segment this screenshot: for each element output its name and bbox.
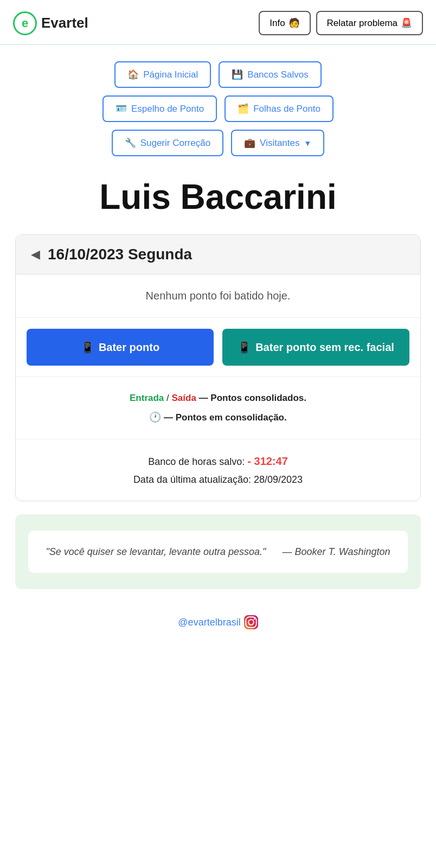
nav-row-2: 🪪 Espelho de Ponto 🗂️ Folhas de Ponto [102, 95, 334, 122]
nav-section: 🏠 Página Inicial 💾 Bancos Salvos 🪪 Espel… [0, 45, 436, 162]
bancos-salvos-label: Bancos Salvos [247, 69, 308, 80]
user-name-section: Luis Baccarini [0, 162, 436, 221]
report-label: Relatar problema [327, 18, 397, 29]
no-point-message: Nenhum ponto foi batido hoje. [16, 275, 420, 318]
banco-horas-section: Banco de horas salvo: - 312:47 Data da ú… [16, 439, 420, 500]
info-button[interactable]: Info 🧑 [259, 11, 310, 35]
evartel-logo-icon: e [13, 11, 37, 35]
nav-row-3: 🔧 Sugerir Correção 💼 Visitantes ▼ [112, 130, 325, 156]
sugerir-correcao-button[interactable]: 🔧 Sugerir Correção [112, 130, 223, 156]
pagina-inicial-emoji: 🏠 [127, 69, 139, 80]
quote-author: — Booker T. Washington [282, 546, 390, 557]
user-name: Luis Baccarini [11, 178, 425, 216]
svg-point-2 [253, 618, 255, 620]
visitantes-label: Visitantes [260, 138, 299, 149]
quote-section: "Se você quiser se levantar, levante out… [15, 514, 421, 590]
header-buttons: Info 🧑 Relatar problema 🚨 [259, 11, 423, 35]
instagram-handle: @evartelbrasil [178, 617, 240, 628]
banco-horas-value: - 312:47 [247, 455, 288, 467]
current-date: 16/10/2023 Segunda [48, 246, 192, 263]
report-emoji: 🚨 [401, 17, 412, 29]
ultima-atualizacao-date: 28/09/2023 [254, 474, 303, 485]
visitantes-emoji: 💼 [244, 137, 255, 149]
instagram-icon [244, 615, 258, 629]
logo-area: e Evartel [13, 11, 88, 35]
bater-ponto-emoji: 📱 [81, 341, 94, 354]
action-buttons: 📱 Bater ponto 📱 Bater ponto sem rec. fac… [16, 318, 420, 377]
bancos-salvos-button[interactable]: 💾 Bancos Salvos [219, 61, 321, 88]
banco-horas-line: Banco de horas salvo: - 312:47 [31, 451, 405, 471]
clock-icon: 🕐 [149, 412, 161, 423]
pagina-inicial-button[interactable]: 🏠 Página Inicial [114, 61, 211, 88]
info-emoji: 🧑 [288, 17, 300, 29]
date-header: ◀ 16/10/2023 Segunda [16, 235, 420, 275]
header: e Evartel Info 🧑 Relatar problema 🚨 [0, 0, 436, 45]
visitantes-dropdown-icon: ▼ [304, 139, 312, 148]
nav-row-1: 🏠 Página Inicial 💾 Bancos Salvos [114, 61, 322, 88]
ultima-atualizacao-label: Data da última atualização: [133, 474, 251, 485]
bater-ponto-sem-facial-button[interactable]: 📱 Bater ponto sem rec. facial [222, 329, 409, 366]
bater-ponto-label: Bater ponto [99, 341, 159, 354]
entrada-label: Entrada [130, 393, 164, 403]
espelho-ponto-button[interactable]: 🪪 Espelho de Ponto [102, 95, 217, 122]
sugerir-correcao-emoji: 🔧 [125, 137, 136, 149]
bancos-salvos-emoji: 💾 [232, 69, 243, 80]
bater-sem-label: Bater ponto sem rec. facial [255, 341, 394, 354]
banco-horas-label: Banco de horas salvo: [148, 456, 245, 467]
prev-date-arrow[interactable]: ◀ [31, 247, 40, 261]
ultima-atualizacao-line: Data da última atualização: 28/09/2023 [31, 471, 405, 488]
folhas-ponto-label: Folhas de Ponto [253, 104, 320, 114]
folhas-ponto-button[interactable]: 🗂️ Folhas de Ponto [225, 95, 334, 122]
report-problem-button[interactable]: Relatar problema 🚨 [316, 11, 423, 35]
pontos-consolidacao-label: — Pontos em consolidação. [164, 412, 287, 423]
legend-consolidating: 🕐 — Pontos em consolidação. [31, 407, 405, 427]
quote-inner: "Se você quiser se levantar, levante out… [28, 531, 408, 573]
pontos-consolidados-label: — Pontos consolidados. [199, 393, 306, 403]
espelho-ponto-emoji: 🪪 [116, 103, 127, 114]
instagram-link[interactable]: @evartelbrasil [11, 615, 425, 629]
bater-sem-emoji: 📱 [238, 341, 251, 354]
saida-label: Saída [172, 393, 196, 403]
espelho-ponto-label: Espelho de Ponto [131, 104, 204, 114]
bater-ponto-button[interactable]: 📱 Bater ponto [27, 329, 214, 366]
main-card: ◀ 16/10/2023 Segunda Nenhum ponto foi ba… [15, 234, 421, 501]
legend-consolidated: Entrada / Saída — Pontos consolidados. [31, 389, 405, 407]
app-name: Evartel [41, 15, 88, 31]
folhas-ponto-emoji: 🗂️ [238, 103, 249, 114]
visitantes-button[interactable]: 💼 Visitantes ▼ [231, 130, 324, 156]
sugerir-correcao-label: Sugerir Correção [140, 138, 210, 149]
pagina-inicial-label: Página Inicial [143, 69, 198, 80]
legend-section: Entrada / Saída — Pontos consolidados. 🕐… [16, 377, 420, 439]
info-label: Info [270, 18, 285, 29]
footer: @evartelbrasil [0, 600, 436, 651]
quote-text: "Se você quiser se levantar, levante out… [43, 544, 393, 560]
